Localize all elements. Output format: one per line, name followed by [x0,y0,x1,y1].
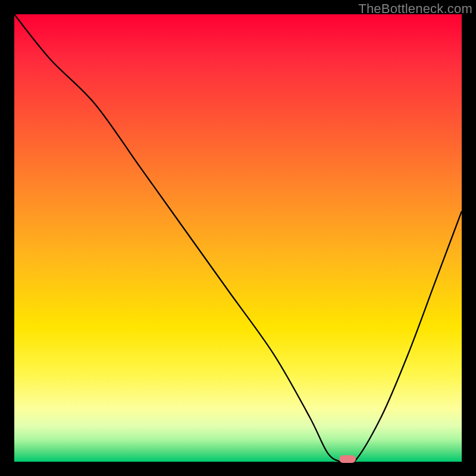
plot-area [14,14,462,462]
bottleneck-chart: TheBottleneck.com [0,0,476,476]
curve-layer [14,14,462,462]
bottleneck-curve [14,14,462,465]
optimal-marker [339,455,356,463]
